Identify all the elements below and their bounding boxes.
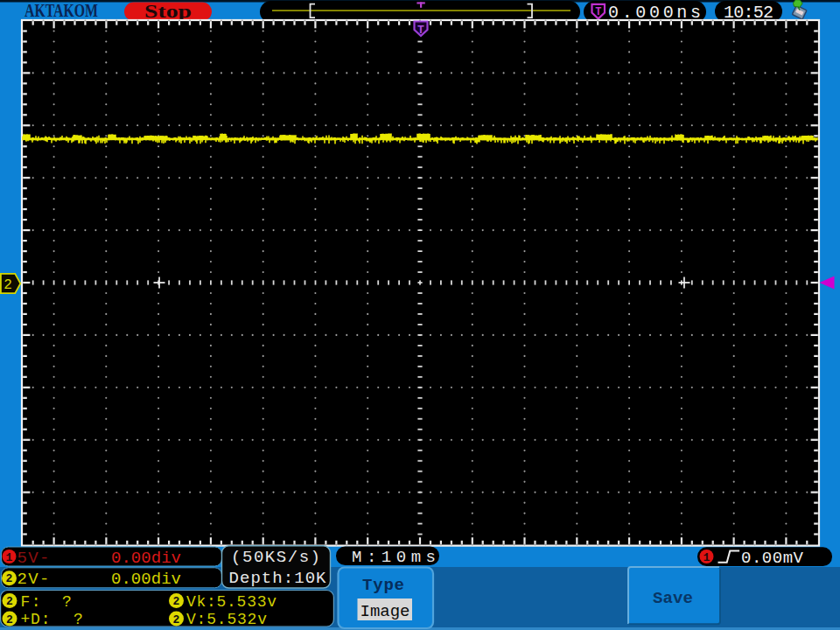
- svg-text:+D:: +D:: [21, 611, 51, 628]
- svg-text:2V-: 2V-: [18, 570, 50, 589]
- svg-text:T: T: [417, 24, 424, 37]
- svg-text:1: 1: [704, 551, 710, 564]
- svg-text:V:5.532v: V:5.532v: [186, 611, 267, 628]
- svg-text:0.00div: 0.00div: [111, 549, 181, 568]
- svg-text:AKTAKOM: AKTAKOM: [24, 0, 98, 21]
- svg-text:Depth:10K: Depth:10K: [229, 569, 327, 588]
- svg-text:2: 2: [4, 277, 12, 293]
- svg-text:2: 2: [6, 613, 13, 626]
- svg-text:0.00mV: 0.00mV: [741, 549, 804, 568]
- svg-text:0.00div: 0.00div: [111, 570, 181, 589]
- svg-text:1: 1: [6, 551, 13, 564]
- svg-text:?: ?: [74, 611, 83, 628]
- svg-text:2: 2: [173, 595, 180, 608]
- svg-text:2: 2: [6, 572, 13, 585]
- svg-text:F:: F:: [21, 593, 41, 611]
- svg-text:Save: Save: [653, 589, 693, 608]
- svg-text:?: ?: [62, 593, 72, 611]
- svg-text:Stop: Stop: [144, 2, 192, 22]
- svg-text:2: 2: [6, 595, 13, 608]
- svg-text:T: T: [595, 6, 601, 18]
- svg-text:2: 2: [173, 613, 180, 626]
- svg-text:(50KS/s): (50KS/s): [231, 548, 320, 567]
- svg-text:Vk:5.533v: Vk:5.533v: [186, 593, 276, 611]
- svg-text:5V-: 5V-: [18, 549, 50, 568]
- svg-text:Image: Image: [360, 602, 410, 621]
- svg-text:Type: Type: [362, 576, 404, 595]
